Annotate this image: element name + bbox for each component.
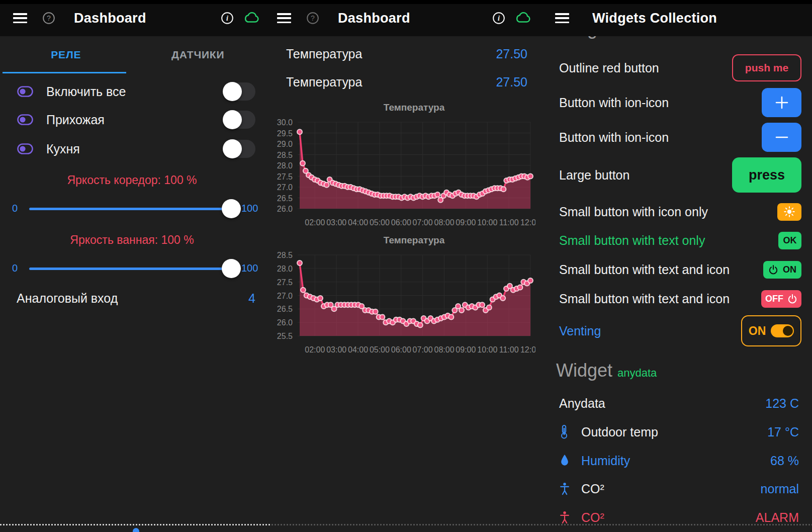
chart-title: Температура <box>298 235 530 246</box>
venting-toggle-icon <box>771 324 794 337</box>
widget-row-label: Small button with text and icon <box>559 292 730 306</box>
data-row-value: 123 C <box>765 396 799 411</box>
analog-input-row: Аналоговый вход 4 <box>0 284 264 312</box>
widget-row-label: Small button with icon only <box>559 205 708 219</box>
sunny-button[interactable] <box>777 203 801 221</box>
slider-bathroom-knob[interactable] <box>222 259 241 278</box>
sensors-header: ? Dashboard i <box>264 0 535 36</box>
water-drop-icon <box>559 454 570 468</box>
svg-text:28.0: 28.0 <box>277 264 293 273</box>
plus-icon <box>774 95 789 110</box>
toggle-glyph-icon <box>17 143 33 154</box>
data-row-value: ALARM <box>756 510 799 525</box>
widget-row-icon-only: Small button with icon only <box>559 197 801 227</box>
relay-tabs: РЕЛЕ ДАТЧИКИ <box>0 36 264 73</box>
ok-button[interactable]: OK <box>778 232 801 249</box>
section-title: Widget <box>556 360 612 381</box>
toggle-glyph-icon <box>17 86 33 97</box>
widget-row-text-only: Small button with text only OK <box>559 225 801 255</box>
svg-text:25.5: 25.5 <box>277 332 293 340</box>
temperature-chart-1: Температура 30.029.529.028.528.027.527.0… <box>264 102 535 233</box>
svg-text:02:00: 02:00 <box>305 345 325 354</box>
tab-sensors[interactable]: ДАТЧИКИ <box>132 36 264 73</box>
widgets-header: Widgets Collection <box>535 0 812 36</box>
relay-switch-hallway[interactable] <box>223 111 255 129</box>
help-icon[interactable]: ? <box>306 12 319 25</box>
sunny-icon <box>783 206 795 218</box>
minus-icon <box>774 130 789 145</box>
anydata-section-heading: Widgetanydata <box>556 360 657 381</box>
widget-row-label: Button with ion-icon <box>559 130 669 145</box>
svg-text:?: ? <box>311 14 315 22</box>
body-icon <box>559 482 570 496</box>
slider-bathroom: 0 100 <box>0 258 264 280</box>
widget-row-add-button: Button with ion-icon <box>559 87 801 118</box>
menu-icon[interactable] <box>555 13 569 23</box>
svg-text:30.0: 30.0 <box>277 118 293 127</box>
venting-state-label: ON <box>749 324 766 338</box>
on-button[interactable]: ON <box>763 261 801 279</box>
svg-text:28.5: 28.5 <box>277 251 293 259</box>
data-row-value: 68 % <box>770 454 799 468</box>
push-me-button[interactable]: push me <box>732 54 801 81</box>
relay-switch-kitchen[interactable] <box>223 140 255 158</box>
svg-text:07:00: 07:00 <box>413 218 433 227</box>
svg-text:08:00: 08:00 <box>434 218 454 227</box>
venting-toggle-button[interactable]: ON <box>741 315 801 346</box>
data-row-co2-alarm: CO² ALARM <box>559 503 799 531</box>
thermometer-icon <box>559 424 569 439</box>
remove-button[interactable] <box>762 123 801 152</box>
info-icon[interactable]: i <box>492 12 505 25</box>
widgets-collection-panel: Widgets Collection Widgetbtn Outline red… <box>535 0 812 532</box>
data-row-label: CO² <box>581 510 604 525</box>
add-button[interactable] <box>762 88 801 117</box>
temperature-label: Температура <box>286 47 362 61</box>
relay-dashboard-panel: ? Dashboard i РЕЛЕ ДАТЧИКИ Включить все <box>0 0 264 532</box>
svg-text:26.0: 26.0 <box>277 205 293 213</box>
cloud-status-icon[interactable] <box>514 12 531 25</box>
slider-corridor-track[interactable] <box>29 208 234 210</box>
temperature-chart-2: Температура 28.528.027.527.026.526.025.5… <box>264 235 535 361</box>
svg-text:03:00: 03:00 <box>326 218 346 227</box>
menu-icon[interactable] <box>277 13 291 23</box>
menu-icon[interactable] <box>13 13 27 23</box>
help-icon[interactable]: ? <box>42 12 55 25</box>
power-icon <box>768 264 778 275</box>
svg-text:05:00: 05:00 <box>370 218 390 227</box>
off-button[interactable]: OFF <box>761 290 801 308</box>
relay-label: Кухня <box>46 142 80 156</box>
widget-row-label: Button with ion-icon <box>559 96 669 110</box>
data-row-label: CO² <box>581 482 604 496</box>
press-button[interactable]: press <box>732 157 801 193</box>
data-row-label: Anydata <box>559 396 605 411</box>
widget-row-outline-button: Outline red button push me <box>559 53 801 83</box>
section-badge: btn <box>617 36 633 37</box>
temperature-value: 27.50 <box>496 75 527 90</box>
widget-row-venting: Venting ON <box>559 316 801 346</box>
svg-text:28.5: 28.5 <box>277 151 293 159</box>
off-button-label: OFF <box>765 294 783 304</box>
svg-text:26.5: 26.5 <box>277 194 293 203</box>
temperature-label: Температура <box>286 75 362 90</box>
temperature-row-1: Температура 27.50 <box>264 40 535 68</box>
section-badge: anydata <box>617 367 657 379</box>
data-row-humidity: Humidity 68 % <box>559 447 799 475</box>
svg-text:29.5: 29.5 <box>277 129 293 138</box>
slider-corridor-knob[interactable] <box>222 199 241 218</box>
info-icon[interactable]: i <box>221 12 234 25</box>
cloud-status-icon[interactable] <box>243 12 260 25</box>
tab-relays[interactable]: РЕЛЕ <box>0 36 132 73</box>
relay-label: Прихожая <box>46 113 105 127</box>
relay-switch-all[interactable] <box>223 82 255 101</box>
body-icon <box>559 510 570 524</box>
svg-text:i: i <box>226 14 228 22</box>
slider-min-label: 0 <box>12 203 18 214</box>
svg-text:29.0: 29.0 <box>277 140 293 148</box>
svg-text:?: ? <box>47 14 51 22</box>
svg-text:12:00: 12:00 <box>520 218 535 227</box>
page-title: Dashboard <box>338 11 410 26</box>
chart-title: Температура <box>298 102 530 113</box>
toggle-glyph-icon <box>17 114 33 125</box>
svg-text:04:00: 04:00 <box>348 345 368 354</box>
slider-bathroom-track[interactable] <box>29 268 234 270</box>
